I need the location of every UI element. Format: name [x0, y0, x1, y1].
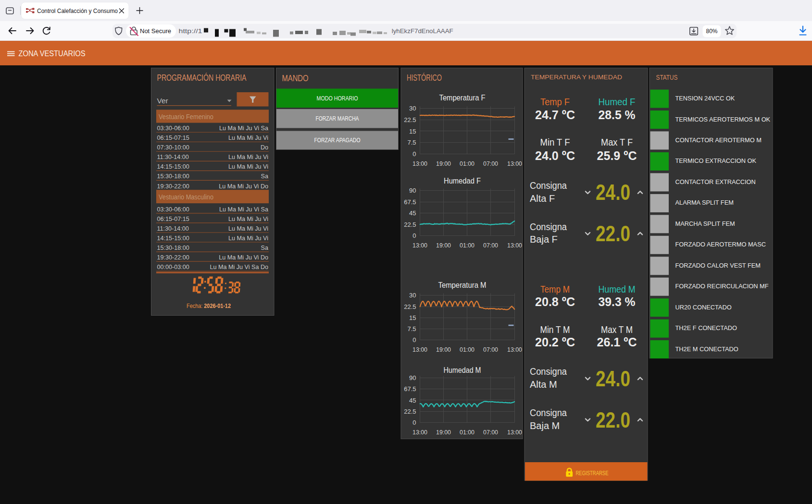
- svg-text:Temp M: Temp M: [540, 284, 570, 295]
- svg-text:28.5 %: 28.5 %: [599, 108, 636, 122]
- svg-text:20.2 ºC: 20.2 ºC: [535, 335, 575, 349]
- svg-text:ZONA VESTUARIOS: ZONA VESTUARIOS: [19, 49, 86, 58]
- svg-text:Min T M: Min T M: [540, 324, 570, 335]
- svg-text:PROGRAMACIÓN HORARIA: PROGRAMACIÓN HORARIA: [157, 73, 247, 83]
- svg-text:HISTÓRICO: HISTÓRICO: [407, 73, 442, 83]
- svg-text:20.8 ºC: 20.8 ºC: [535, 295, 575, 309]
- svg-text:TEMPERATURA Y HUMEDAD: TEMPERATURA Y HUMEDAD: [531, 74, 622, 81]
- svg-text:19:30-22:00: 19:30-22:00: [157, 254, 189, 261]
- svg-text:Humed F: Humed F: [599, 97, 636, 107]
- svg-text:00:00-03:00: 00:00-03:00: [157, 264, 189, 270]
- svg-text:19:30-22:00: 19:30-22:00: [157, 183, 189, 190]
- svg-text:03:30-06:00: 03:30-06:00: [157, 206, 189, 213]
- svg-text:Consigna: Consigna: [530, 180, 567, 191]
- svg-text:lyhEkzF7dEnoLAAAF: lyhEkzF7dEnoLAAAF: [392, 27, 453, 35]
- svg-text:67.5: 67.5: [404, 385, 416, 393]
- svg-text:Sa: Sa: [261, 245, 268, 251]
- svg-text:13:00: 13:00: [507, 160, 522, 167]
- svg-text:TH2E M CONECTADO: TH2E M CONECTADO: [675, 345, 738, 353]
- svg-text:24.0: 24.0: [596, 180, 630, 205]
- svg-text:TENSION 24VCC OK: TENSION 24VCC OK: [675, 95, 735, 102]
- svg-text:13:00: 13:00: [412, 429, 427, 436]
- svg-text:01:00: 01:00: [460, 242, 475, 249]
- svg-text:07:00: 07:00: [483, 160, 498, 167]
- svg-text:15:30-18:00: 15:30-18:00: [157, 173, 189, 180]
- svg-text:ALARMA SPLIT FEM: ALARMA SPLIT FEM: [675, 199, 734, 206]
- svg-text:24.7 ºC: 24.7 ºC: [535, 108, 575, 122]
- svg-text:Ver: Ver: [157, 97, 168, 105]
- svg-text:45: 45: [409, 397, 416, 404]
- svg-text:TERMICOS AEROTERMOS M OK: TERMICOS AEROTERMOS M OK: [675, 116, 771, 123]
- svg-text:Alta F: Alta F: [530, 193, 555, 204]
- svg-text:13:00: 13:00: [412, 160, 427, 167]
- svg-text:24.0: 24.0: [596, 366, 630, 391]
- svg-text:0: 0: [412, 232, 416, 239]
- svg-text:39.3 %: 39.3 %: [599, 295, 636, 309]
- svg-text:Control Calefacción y Consumo: Control Calefacción y Consumo: [37, 7, 118, 14]
- svg-text:Lu Ma Mi Ju Vi: Lu Ma Mi Ju Vi: [228, 235, 268, 242]
- svg-text:FORZADO RECIRCULACION MF: FORZADO RECIRCULACION MF: [675, 283, 769, 290]
- svg-text:07:00: 07:00: [483, 346, 498, 353]
- svg-text:14:15-15:00: 14:15-15:00: [157, 163, 189, 170]
- svg-text:11:30-14:00: 11:30-14:00: [157, 154, 189, 160]
- svg-text:Sa: Sa: [261, 173, 268, 180]
- svg-text:19:00: 19:00: [436, 242, 451, 249]
- svg-text:Vestuario Femenino: Vestuario Femenino: [159, 113, 213, 121]
- svg-text:90: 90: [409, 187, 416, 194]
- svg-text:Lu Ma Mi Ju Vi Do: Lu Ma Mi Ju Vi Do: [219, 183, 268, 190]
- svg-text:STATUS: STATUS: [656, 74, 678, 81]
- svg-text:Humedad F: Humedad F: [444, 176, 481, 185]
- svg-text:Lu Ma Mi Ju Vi: Lu Ma Mi Ju Vi: [228, 163, 268, 170]
- svg-text:TH2E F CONECTADO: TH2E F CONECTADO: [675, 324, 737, 332]
- svg-text:30: 30: [409, 105, 416, 112]
- svg-text:Max T F: Max T F: [601, 137, 633, 148]
- svg-text:13:00: 13:00: [412, 242, 427, 249]
- svg-text:TERMICO EXTRACCION OK: TERMICO EXTRACCION OK: [675, 157, 757, 164]
- svg-text:14:15-15:00: 14:15-15:00: [157, 235, 189, 242]
- svg-text:UR20 CONECTADO: UR20 CONECTADO: [675, 304, 732, 311]
- svg-text:Max T M: Max T M: [601, 324, 633, 335]
- svg-text:FORZADO AEROTERMO MASC: FORZADO AEROTERMO MASC: [675, 241, 766, 248]
- svg-text:http://1: http://1: [179, 27, 202, 35]
- svg-text:15: 15: [409, 314, 416, 321]
- svg-text:22.0: 22.0: [596, 221, 630, 246]
- svg-text:22.0: 22.0: [596, 407, 630, 432]
- svg-text:22.5: 22.5: [404, 303, 416, 310]
- svg-text:67.5: 67.5: [404, 198, 416, 206]
- svg-text:Lu Ma Mi Ju Vi Do: Lu Ma Mi Ju Vi Do: [219, 254, 268, 261]
- svg-text:REGISTRARSE: REGISTRARSE: [576, 470, 609, 477]
- svg-text:13:00: 13:00: [507, 429, 522, 436]
- svg-text:13:00: 13:00: [412, 346, 427, 353]
- svg-text:Lu Ma Mi Ju Vi: Lu Ma Mi Ju Vi: [228, 225, 268, 232]
- svg-text:Lu Ma Mi Ju Vi: Lu Ma Mi Ju Vi: [228, 216, 268, 222]
- svg-text:24.0 ºC: 24.0 ºC: [535, 148, 575, 163]
- svg-text:07:30-10:00: 07:30-10:00: [157, 144, 189, 151]
- svg-text:FORZAR MARCHA: FORZAR MARCHA: [316, 115, 360, 122]
- svg-text:Humed M: Humed M: [599, 284, 636, 295]
- svg-text:19:00: 19:00: [436, 429, 451, 436]
- svg-text:Lu Ma Mi Ju Vi Sa: Lu Ma Mi Ju Vi Sa: [219, 206, 268, 213]
- svg-text:22.5: 22.5: [404, 116, 416, 123]
- svg-text:Consigna: Consigna: [530, 221, 567, 232]
- svg-text:Temp F: Temp F: [540, 97, 570, 107]
- svg-text:Alta M: Alta M: [530, 379, 557, 390]
- svg-text:Vestuario Masculino: Vestuario Masculino: [159, 194, 213, 201]
- svg-text:06:15-07:15: 06:15-07:15: [157, 216, 189, 222]
- svg-text:0: 0: [412, 150, 416, 158]
- svg-text:45: 45: [409, 209, 416, 217]
- svg-text:07:00: 07:00: [483, 429, 498, 436]
- svg-text:07:00: 07:00: [483, 242, 498, 249]
- svg-text:19:00: 19:00: [436, 346, 451, 353]
- svg-text:Baja F: Baja F: [530, 234, 558, 245]
- svg-text:01:00: 01:00: [460, 160, 475, 167]
- svg-text:Temperatura M: Temperatura M: [438, 281, 487, 289]
- svg-text:Min T F: Min T F: [540, 137, 570, 148]
- svg-text:MARCHA SPLIT FEM: MARCHA SPLIT FEM: [675, 220, 735, 227]
- svg-text:MODO HORARIO: MODO HORARIO: [317, 95, 358, 102]
- svg-text:7.5: 7.5: [407, 325, 416, 332]
- svg-text:CONTACTOR AEROTERMO M: CONTACTOR AEROTERMO M: [675, 136, 762, 144]
- svg-text:Consigna: Consigna: [530, 366, 567, 377]
- svg-text:0: 0: [412, 336, 416, 344]
- svg-text:01:00: 01:00: [460, 346, 475, 353]
- svg-text:FORZADO CALOR VEST FEM: FORZADO CALOR VEST FEM: [675, 262, 761, 269]
